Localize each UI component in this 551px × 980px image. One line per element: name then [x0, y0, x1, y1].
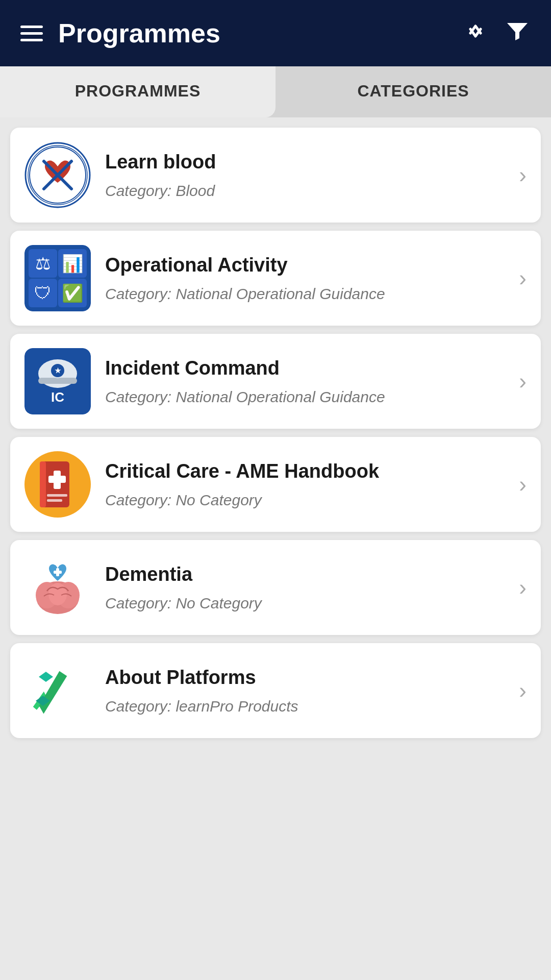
programme-title: Learn blood — [105, 151, 499, 174]
programme-info-critical-care: Critical Care - AME Handbook Category: N… — [105, 460, 499, 509]
programmes-list: Learn blood Category: Blood › ⚖ 📊 🛡 ✅ — [0, 117, 551, 748]
svg-text:📊: 📊 — [62, 253, 84, 274]
programme-category: Category: No Category — [105, 595, 499, 612]
chevron-right-icon: › — [519, 369, 527, 394]
svg-text:★: ★ — [55, 366, 61, 375]
svg-text:IC: IC — [51, 389, 64, 405]
programme-icon-dementia — [24, 554, 91, 621]
svg-rect-24 — [48, 476, 66, 483]
chevron-right-icon: › — [519, 575, 527, 600]
programme-info-operational-activity: Operational Activity Category: National … — [105, 254, 499, 303]
page-title: Programmes — [58, 18, 220, 48]
chevron-right-icon: › — [519, 678, 527, 703]
programme-info-learn-blood: Learn blood Category: Blood — [105, 151, 499, 200]
svg-text:🛡: 🛡 — [34, 283, 52, 303]
programme-info-about-platforms: About Platforms Category: learnPro Produ… — [105, 666, 499, 715]
programme-card-incident-command[interactable]: ★ IC Incident Command Category: National… — [10, 334, 541, 429]
programme-icon-critical — [24, 451, 91, 518]
chevron-right-icon: › — [519, 472, 527, 497]
programme-title: Dementia — [105, 563, 499, 586]
header-left: Programmes — [20, 18, 220, 48]
programme-category: Category: learnPro Products — [105, 698, 499, 715]
app-header: Programmes — [0, 0, 551, 66]
programme-icon-platforms — [24, 657, 91, 724]
programme-card-operational-activity[interactable]: ⚖ 📊 🛡 ✅ Operational Activity Category: N… — [10, 231, 541, 326]
programme-info-incident-command: Incident Command Category: National Oper… — [105, 357, 499, 406]
menu-button[interactable] — [20, 26, 43, 41]
programme-icon-blood — [24, 142, 91, 208]
programme-card-dementia[interactable]: Dementia Category: No Category › — [10, 540, 541, 635]
svg-text:✅: ✅ — [62, 283, 84, 304]
svg-rect-25 — [47, 494, 67, 497]
programme-title: About Platforms — [105, 666, 499, 690]
programme-title: Critical Care - AME Handbook — [105, 460, 499, 483]
programme-icon-ic: ★ IC — [24, 348, 91, 414]
sort-icon[interactable] — [462, 18, 489, 48]
tab-programmes[interactable]: PROGRAMMES — [0, 66, 276, 117]
svg-marker-33 — [39, 672, 53, 682]
programme-title: Operational Activity — [105, 254, 499, 277]
programme-icon-operational: ⚖ 📊 🛡 ✅ — [24, 245, 91, 311]
svg-rect-22 — [40, 461, 46, 507]
chevron-right-icon: › — [519, 162, 527, 188]
programme-category: Category: No Category — [105, 492, 499, 509]
programme-info-dementia: Dementia Category: No Category — [105, 563, 499, 612]
programme-category: Category: National Operational Guidance — [105, 285, 499, 303]
programme-card-learn-blood[interactable]: Learn blood Category: Blood › — [10, 128, 541, 223]
programme-card-about-platforms[interactable]: About Platforms Category: learnPro Produ… — [10, 643, 541, 738]
svg-rect-26 — [47, 499, 62, 502]
svg-rect-32 — [54, 571, 62, 574]
programme-card-critical-care[interactable]: Critical Care - AME Handbook Category: N… — [10, 437, 541, 532]
filter-icon[interactable] — [504, 18, 531, 48]
svg-rect-16 — [38, 378, 77, 384]
tab-bar: PROGRAMMES CATEGORIES — [0, 66, 551, 117]
header-icons — [462, 18, 531, 48]
chevron-right-icon: › — [519, 265, 527, 291]
svg-text:⚖: ⚖ — [35, 254, 51, 273]
programme-category: Category: National Operational Guidance — [105, 388, 499, 406]
programme-category: Category: Blood — [105, 182, 499, 200]
programme-title: Incident Command — [105, 357, 499, 380]
tab-categories[interactable]: CATEGORIES — [276, 66, 551, 117]
